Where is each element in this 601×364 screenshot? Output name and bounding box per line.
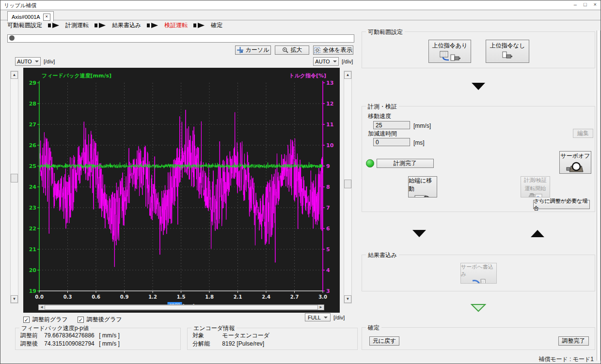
encoder-resolution-label: 分解能 bbox=[192, 340, 221, 348]
write-to-servo-button[interactable]: サーボへ書込み bbox=[460, 263, 497, 284]
panel-scrollbar[interactable] bbox=[597, 30, 601, 361]
scroll-up-icon[interactable]: ▲ bbox=[344, 71, 351, 79]
pp-before-label: 調整前 bbox=[20, 332, 38, 339]
tab-strip bbox=[0, 20, 601, 20]
svg-text:25: 25 bbox=[29, 163, 36, 169]
accel-unit: [ms] bbox=[413, 139, 425, 146]
accel-input[interactable] bbox=[373, 138, 410, 146]
pp-before-value: 79.6678364276886 bbox=[44, 332, 94, 339]
svg-text:19: 19 bbox=[29, 288, 36, 294]
write-panel-title: 結果書込み bbox=[366, 251, 399, 259]
svg-text:13: 13 bbox=[326, 80, 333, 86]
flow-arrow-green-icon bbox=[471, 303, 486, 312]
close-button[interactable]: × bbox=[594, 1, 597, 7]
left-graph-scrollbar[interactable]: ▲ ▼ bbox=[10, 71, 18, 303]
with-host-command-button[interactable]: 上位指令あり bbox=[428, 40, 471, 63]
graph-h-scrollbar[interactable]: ◄ ► bbox=[38, 304, 324, 310]
svg-text:29: 29 bbox=[29, 80, 36, 86]
scrollbar-thumb[interactable] bbox=[344, 180, 351, 188]
scrollbar-thumb[interactable] bbox=[11, 174, 18, 182]
svg-text:6: 6 bbox=[326, 226, 330, 232]
chart-canvas[interactable]: 29282726252423222120191312111098765430.0… bbox=[23, 68, 340, 313]
svg-text:26: 26 bbox=[29, 142, 37, 149]
svg-text:28: 28 bbox=[29, 101, 36, 107]
flow-arrow-down-icon bbox=[472, 83, 485, 90]
left-scale-dropdown[interactable]: AUTO bbox=[15, 57, 41, 66]
compensation-mode-status: 補償モード : モード1 bbox=[538, 355, 594, 364]
scroll-up-icon[interactable]: ▲ bbox=[11, 71, 18, 79]
step-arrow-icon bbox=[48, 23, 60, 28]
svg-text:7: 7 bbox=[326, 205, 330, 211]
bottom-scale-dropdown[interactable]: FULL bbox=[305, 313, 331, 321]
adjust-done-button[interactable]: 調整完了 bbox=[558, 336, 589, 346]
chevron-down-icon bbox=[333, 61, 337, 62]
speed-input[interactable] bbox=[373, 121, 410, 129]
right-scale-unit: [/div] bbox=[342, 59, 353, 64]
run-start-button[interactable]: 計測/検証 運転開始 bbox=[521, 176, 550, 197]
step-measure: 計測運転 bbox=[65, 21, 89, 30]
pp-after-value: 74.3151009082794 bbox=[44, 340, 94, 347]
svg-text:1.8: 1.8 bbox=[205, 294, 214, 300]
after-graph-checkbox[interactable]: ✓ bbox=[78, 317, 84, 323]
scroll-right-icon[interactable]: ► bbox=[318, 305, 324, 310]
step-range: 可動範囲設定 bbox=[7, 21, 42, 30]
servo-off-button[interactable]: サーボオフ bbox=[559, 151, 591, 174]
tab-axis0001a[interactable]: Axis#0001A × bbox=[7, 11, 54, 21]
plc-motor-icon bbox=[439, 51, 460, 61]
motor-icon bbox=[501, 51, 514, 61]
move-start-icon bbox=[414, 194, 431, 197]
more-adjust-button[interactable]: さらに調整が必要な場合 bbox=[533, 200, 590, 209]
step-write: 結果書込み bbox=[112, 21, 141, 30]
status-led bbox=[366, 159, 374, 167]
tab-close-icon[interactable]: × bbox=[43, 14, 50, 21]
bottom-scale-unit: [/div] bbox=[333, 315, 345, 320]
maximize-button[interactable]: □ bbox=[584, 1, 587, 7]
scroll-down-icon[interactable]: ▼ bbox=[344, 295, 351, 303]
speed-unit: [mm/s] bbox=[413, 122, 431, 129]
svg-text:20: 20 bbox=[29, 267, 37, 273]
zoom-button[interactable]: 拡大 bbox=[275, 46, 309, 55]
undo-button[interactable]: 元に戻す bbox=[369, 336, 399, 346]
svg-text:3: 3 bbox=[326, 288, 330, 294]
progress-indicator bbox=[9, 35, 15, 41]
range-setting-panel: 可動範囲設定 上位指令あり 上位指令なし bbox=[362, 31, 595, 68]
svg-text:5: 5 bbox=[326, 246, 330, 253]
step-verify: 検証運転 bbox=[164, 21, 188, 30]
encoder-target-value: モータエンコーダ bbox=[222, 332, 269, 339]
scrollbar-thumb[interactable] bbox=[45, 305, 318, 310]
move-to-start-button[interactable]: 始端に移動 bbox=[408, 176, 437, 197]
tab-label: Axis#0001A bbox=[12, 14, 40, 20]
chevron-down-icon bbox=[324, 317, 328, 318]
left-scale-unit: [/div] bbox=[44, 59, 55, 64]
svg-text:12: 12 bbox=[326, 101, 333, 107]
scroll-left-icon[interactable]: ◄ bbox=[39, 305, 45, 310]
svg-text:2.4: 2.4 bbox=[262, 294, 270, 300]
encoder-target-label: 対象 bbox=[192, 332, 221, 340]
after-graph-label: 調整後グラフ bbox=[87, 316, 122, 324]
scroll-down-icon[interactable]: ▼ bbox=[11, 295, 18, 303]
fit-view-icon bbox=[314, 47, 320, 53]
svg-text:1.2: 1.2 bbox=[148, 294, 157, 300]
accel-label: 加減速時間 bbox=[368, 130, 397, 138]
waveform-chart[interactable]: 29282726252423222120191312111098765430.0… bbox=[23, 68, 340, 313]
step-arrow-icon bbox=[95, 23, 106, 28]
before-graph-checkbox[interactable]: ✓ bbox=[23, 317, 30, 323]
svg-text:22: 22 bbox=[29, 226, 36, 232]
svg-text:27: 27 bbox=[29, 121, 36, 128]
edit-button[interactable]: 編集 bbox=[573, 129, 593, 138]
measure-verify-panel: 計測・検証 移動速度 [mm/s] 編集 加減速時間 [ms] 計測完了 サーボ… bbox=[362, 106, 595, 212]
cursor-button[interactable]: カーソル bbox=[235, 46, 271, 55]
right-graph-scrollbar[interactable]: ▲ ▼ bbox=[344, 71, 352, 303]
step-arrow-icon bbox=[193, 23, 205, 28]
right-scale-dropdown[interactable]: AUTO bbox=[313, 57, 339, 66]
window-title: リップル補償 bbox=[4, 2, 36, 9]
pp-before-unit: [ mm/s ] bbox=[99, 332, 120, 339]
pp-value-panel: フィードバック速度p-p値 調整前 79.6678364276886 [ mm/… bbox=[15, 328, 181, 350]
without-host-command-button[interactable]: 上位指令なし bbox=[486, 40, 529, 63]
svg-text:2.7: 2.7 bbox=[290, 294, 299, 300]
minimize-button[interactable]: – bbox=[574, 1, 577, 7]
measure-complete-button[interactable]: 計測完了 bbox=[377, 159, 434, 168]
show-all-button[interactable]: 全体を表示 bbox=[313, 46, 353, 55]
write-result-panel: 結果書込み サーボへ書込み bbox=[362, 255, 595, 291]
svg-text:トルク指令[%]: トルク指令[%] bbox=[289, 73, 326, 79]
